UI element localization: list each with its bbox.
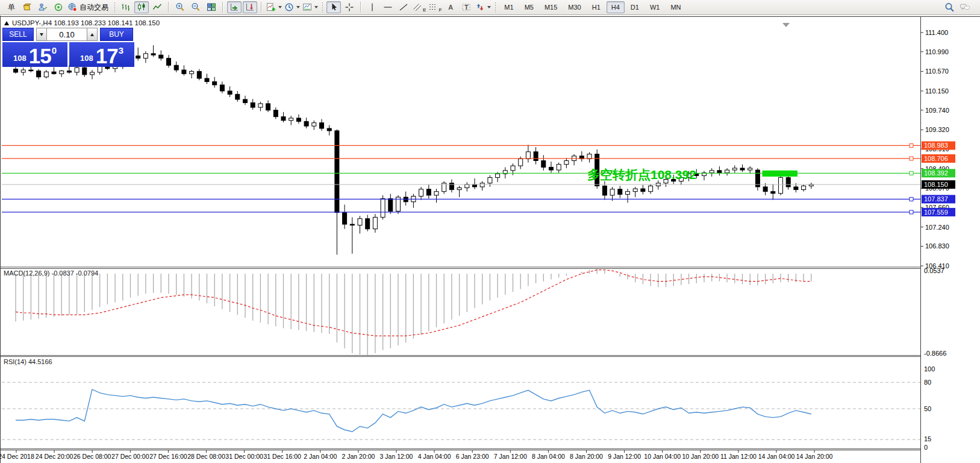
time-tick-label: 24 Dec 20:00 [36,453,73,460]
cursor-icon[interactable] [326,1,341,13]
autotrading-button[interactable]: 自动交易 [67,1,111,13]
rsi-level-label: 50 [924,405,931,412]
toolbar-grip [322,2,323,13]
timeframe-M5[interactable]: M5 [520,1,538,13]
time-tick-label: 6 Jan 23:00 [456,453,489,460]
time-tick-label: 14 Jan 20:00 [796,453,833,460]
candle [434,192,439,195]
candle [174,65,178,70]
fibonacci-icon[interactable]: F [428,1,442,13]
periods-button[interactable] [284,1,301,13]
line-chart-icon[interactable] [150,1,164,13]
indicators-button[interactable] [266,1,282,13]
candle [549,167,554,170]
channel-icon[interactable]: E [412,1,426,13]
rsi-level-label: 100 [924,365,935,373]
search-icon[interactable] [942,1,957,13]
time-tick-label: 2 Jan 04:00 [304,453,337,460]
time-tick-label: 3 Jan 12:00 [380,453,413,460]
price-tick-label: 110.570 [925,68,949,75]
candle [717,171,722,173]
toolbar-grip [114,2,116,13]
bar-chart-icon[interactable] [119,1,133,13]
candle [725,170,729,173]
price-tick-label: 106.830 [925,242,949,250]
timeframe-M1[interactable]: M1 [499,1,518,13]
chart-canvas[interactable]: 111.400110.990110.570110.150109.740109.3… [0,0,980,463]
chart-shift-icon[interactable] [243,1,257,13]
price-badge-label: 108.392 [924,169,948,177]
time-tick-label: 10 Jan 20:00 [682,453,719,460]
volume-increase-button[interactable] [87,28,98,41]
toolbar-separator [261,2,262,13]
crosshair-icon[interactable] [342,1,357,13]
zoom-in-icon[interactable] [173,1,187,13]
volume-decrease-button[interactable] [36,28,47,41]
candle [557,165,561,170]
macd-min-label: -0.8666 [924,350,946,357]
price-tick-label: 109.740 [925,107,949,114]
candle [710,171,714,173]
timeframe-D1[interactable]: D1 [626,1,644,13]
candle [159,55,163,58]
candle [312,123,316,126]
buy-price-sup: 3 [119,46,123,55]
annotation-text[interactable]: 多空转折点108.392 [587,168,696,182]
signals-icon[interactable] [51,1,66,13]
text-icon[interactable]: A [443,1,458,13]
sell-price-display[interactable]: 108150 [2,42,67,67]
candle [794,187,798,190]
candle [618,189,622,195]
candle [243,99,248,102]
candle [236,94,240,99]
time-tick-label: 7 Jan 12:00 [494,453,527,460]
timeframe-M30[interactable]: M30 [563,1,585,13]
text-label-icon[interactable]: T [459,1,473,13]
candlestick-chart-icon[interactable] [134,1,149,13]
buy-price-display[interactable]: 108173 [69,42,134,67]
timeframe-MN[interactable]: MN [666,1,685,13]
vertical-line-icon[interactable] [365,1,379,13]
timeframe-H1[interactable]: H1 [587,1,605,13]
main-toolbar: 单自动交易EFATM1M5M15M30H1H4D1W1MN [0,0,980,15]
market-watch-icon[interactable] [36,1,50,13]
new-order-icon[interactable] [20,1,34,13]
price-tick-label: 109.320 [925,126,949,133]
trendline-icon[interactable] [396,1,411,13]
timeframe-W1[interactable]: W1 [645,1,665,13]
sell-price-sup: 0 [52,46,57,55]
candle [228,91,232,94]
candle [251,102,255,107]
candle [90,72,95,75]
zoom-out-icon[interactable] [189,1,203,13]
volume-input[interactable]: 0.10 [47,28,87,41]
candle [732,168,737,170]
candle [389,198,393,211]
timeframe-M15[interactable]: M15 [540,1,562,13]
candle [136,56,140,58]
time-tick-label: 2 Jan 20:00 [342,453,375,460]
price-badge-label: 107.559 [924,209,948,216]
candle [258,104,263,107]
candle [205,78,209,81]
chat-icon[interactable] [958,1,972,13]
candle [60,71,64,74]
toolbar-right-group [941,1,976,13]
candle [281,117,286,121]
one-click-trading-panel: SELL 0.10 BUY 108150 108173 [2,28,134,67]
toolbar-separator [360,2,361,13]
horizontal-line-icon[interactable] [381,1,395,13]
auto-scroll-icon[interactable] [227,1,242,13]
arrows-icon[interactable] [475,1,492,13]
buy-button[interactable]: BUY [100,28,133,41]
candle [564,161,569,165]
timeframe-H4[interactable]: H4 [607,1,625,13]
sell-button[interactable]: SELL [2,28,34,41]
candle [266,104,270,110]
time-tick-label: 31 Dec 00:00 [225,453,263,460]
tile-windows-icon[interactable] [204,1,219,13]
templates-button[interactable] [302,1,319,13]
candle [426,189,431,195]
price-badge-label: 107.837 [924,195,948,203]
price-tick-label: 111.400 [925,29,948,36]
